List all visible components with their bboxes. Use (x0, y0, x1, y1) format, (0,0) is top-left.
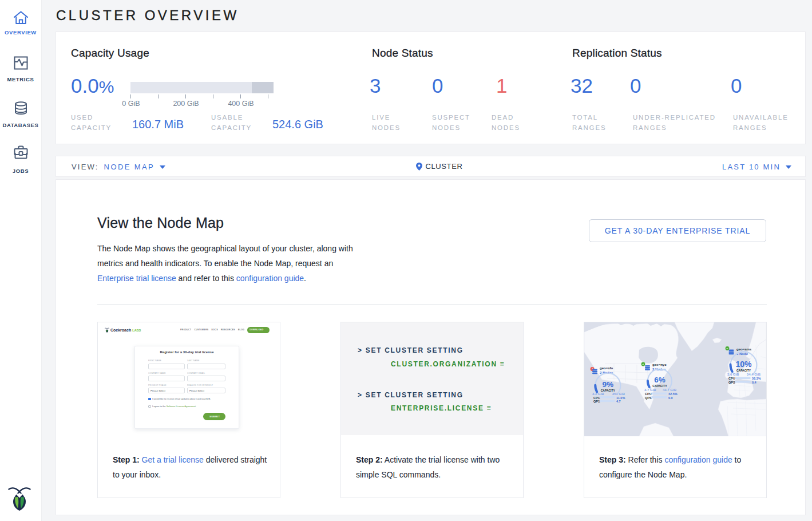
svg-text:3.7 GiB: 3.7 GiB (644, 388, 656, 392)
svg-text:CAPACITY: CAPACITY (652, 384, 667, 388)
svg-text:CAPACITY: CAPACITY (601, 389, 616, 392)
svg-text:351 GiB: 351 GiB (612, 392, 625, 396)
svg-text:54.4 GiB: 54.4 GiB (747, 373, 761, 376)
svg-text:geo=nyc: geo=nyc (652, 363, 667, 366)
svg-text:QPS: QPS (593, 400, 600, 403)
svg-text:CPU: CPU (593, 396, 600, 400)
svg-text:QPS: QPS (645, 396, 652, 400)
svg-text:58.3%: 58.3% (752, 377, 761, 380)
svg-text:43.7 GiB: 43.7 GiB (663, 388, 677, 392)
svg-text:0.0: 0.0 (668, 396, 673, 400)
svg-text:CPU: CPU (645, 392, 652, 396)
svg-text:0.4: 0.4 (752, 381, 757, 384)
svg-text:9%: 9% (603, 380, 614, 389)
svg-text:4.7: 4.7 (616, 400, 621, 403)
svg-text:3.2 GiB: 3.2 GiB (592, 392, 604, 396)
svg-text:CAPACITY: CAPACITY (736, 369, 751, 372)
svg-text:6%: 6% (654, 376, 666, 384)
svg-text:geo=ams: geo=ams (736, 348, 752, 351)
svg-text:CPU: CPU (728, 377, 735, 380)
svg-text:42.5%: 42.5% (668, 392, 678, 396)
svg-text:geo=sfo: geo=sfo (600, 366, 613, 370)
svg-text:3.6 GiB: 3.6 GiB (727, 373, 739, 376)
svg-text:QPS: QPS (728, 381, 735, 384)
svg-text:11.0%: 11.0% (616, 396, 625, 400)
svg-text:10%: 10% (735, 360, 752, 369)
